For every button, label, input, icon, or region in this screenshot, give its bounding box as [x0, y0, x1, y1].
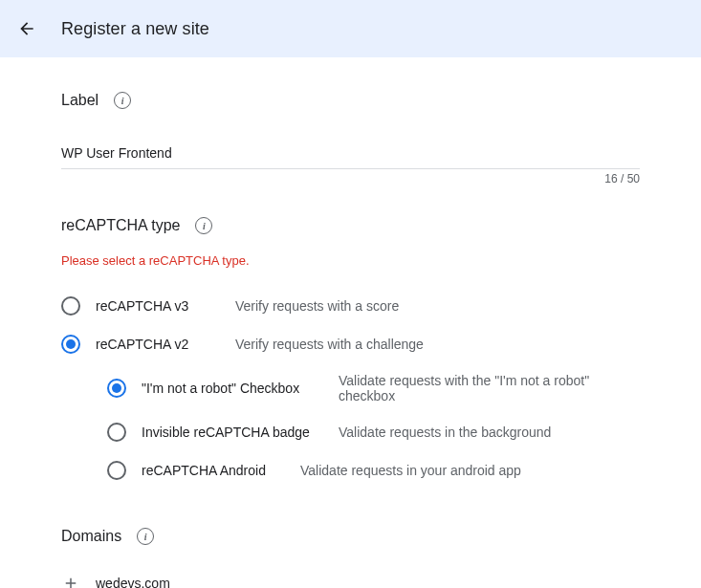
info-icon[interactable]: i	[195, 217, 212, 234]
radio-hint: Validate requests with the "I'm not a ro…	[339, 373, 640, 403]
recaptcha-type-section: reCAPTCHA type i Please select a reCAPTC…	[61, 217, 640, 490]
radio-hint: Validate requests in your android app	[300, 463, 521, 478]
radio-label: reCAPTCHA v2	[96, 337, 220, 352]
radio-label: reCAPTCHA v3	[96, 298, 220, 314]
recaptcha-radio-group: reCAPTCHA v3 Verify requests with a scor…	[61, 287, 640, 490]
page-header: Register a new site	[0, 0, 701, 57]
radio-button-icon	[61, 296, 80, 316]
radio-recaptcha-v3[interactable]: reCAPTCHA v3 Verify requests with a scor…	[61, 287, 640, 325]
page-title: Register a new site	[61, 19, 209, 39]
domain-add-row: wedevs.com	[61, 564, 640, 588]
label-section-title: Label	[61, 92, 99, 109]
radio-v2-checkbox[interactable]: "I'm not a robot" Checkbox Validate requ…	[61, 363, 640, 413]
domain-item[interactable]: wedevs.com	[96, 576, 170, 588]
plus-icon[interactable]	[61, 574, 80, 588]
radio-label: reCAPTCHA Android	[142, 463, 285, 478]
radio-button-inner-icon	[66, 339, 76, 349]
radio-button-icon	[107, 423, 126, 442]
info-icon[interactable]: i	[114, 92, 131, 109]
recaptcha-error-text: Please select a reCAPTCHA type.	[61, 253, 640, 268]
radio-hint: Validate requests in the background	[339, 425, 551, 440]
radio-button-icon	[61, 335, 80, 354]
radio-v2-android[interactable]: reCAPTCHA Android Validate requests in y…	[61, 451, 640, 490]
radio-hint: Verify requests with a score	[235, 298, 399, 314]
radio-button-icon	[107, 379, 126, 398]
recaptcha-section-header: reCAPTCHA type i	[61, 217, 640, 234]
label-section: Label i 16 / 50	[61, 92, 640, 169]
radio-button-icon	[107, 461, 126, 480]
info-icon[interactable]: i	[137, 528, 154, 545]
domains-section-title: Domains	[61, 528, 121, 545]
label-char-count: 16 / 50	[604, 172, 640, 185]
domains-section-header: Domains i	[61, 528, 640, 545]
label-input[interactable]	[61, 138, 640, 169]
back-arrow-icon[interactable]	[15, 17, 38, 40]
radio-hint: Verify requests with a challenge	[235, 337, 424, 352]
radio-v2-invisible[interactable]: Invisible reCAPTCHA badge Validate reque…	[61, 413, 640, 451]
radio-recaptcha-v2[interactable]: reCAPTCHA v2 Verify requests with a chal…	[61, 325, 640, 363]
label-input-container: 16 / 50	[61, 138, 640, 169]
radio-label: Invisible reCAPTCHA badge	[142, 425, 323, 440]
label-section-header: Label i	[61, 92, 640, 109]
radio-button-inner-icon	[112, 383, 121, 393]
content-area: Label i 16 / 50 reCAPTCHA type i Please …	[0, 57, 701, 588]
radio-label: "I'm not a robot" Checkbox	[142, 381, 323, 396]
domains-section: Domains i wedevs.com	[61, 528, 640, 588]
recaptcha-section-title: reCAPTCHA type	[61, 217, 180, 234]
